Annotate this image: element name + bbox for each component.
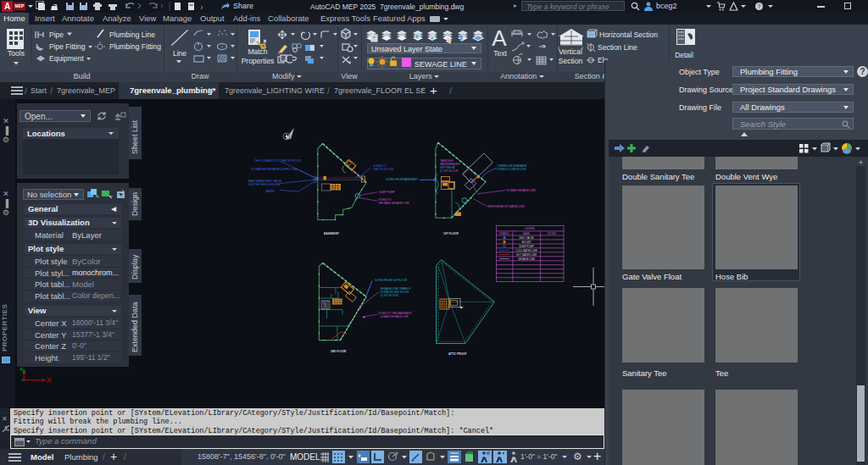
svg-text:THE MAIN SEWAGE LINE: THE MAIN SEWAGE LINE [378, 202, 409, 205]
svg-text:SHUT VALVE: SHUT VALVE [519, 236, 534, 240]
svg-text:SEWAGE LINE: SEWAGE LINE [518, 257, 535, 261]
svg-text:TO MAIN SEWAGE LINE: TO MAIN SEWAGE LINE [506, 189, 536, 192]
svg-text:NAME: NAME [523, 232, 530, 235]
svg-text:THE 1ST FLOOR: THE 1ST FLOOR [373, 168, 394, 171]
svg-text:SUMP PUMP: SUMP PUMP [379, 191, 395, 194]
svg-text:WATER: WATER [265, 190, 275, 193]
svg-text:REFRIGERATOR WATER LINE: REFRIGERATOR WATER LINE [487, 205, 525, 208]
svg-text:TO MAIN FROM WATER SUPPLY LINE: TO MAIN FROM WATER SUPPLY LINE [251, 168, 298, 171]
svg-text:FOR THE WHOLE HOUSE: FOR THE WHOLE HOUSE [248, 183, 281, 186]
svg-text:NOTES: NOTES [548, 232, 556, 235]
svg-text:BASEMENT: BASEMENT [324, 232, 339, 235]
svg-text:SYMBOL: SYMBOL [499, 232, 509, 235]
svg-text:THIS CONNECTS TO THE 1ST FLOOR: THIS CONNECTS TO THE 1ST FLOOR [254, 159, 302, 163]
svg-text:SUMP PUMP: SUMP PUMP [519, 245, 534, 248]
svg-text:& MAIN SEWAGE LINE: & MAIN SEWAGE LINE [381, 315, 409, 318]
svg-text:COLD WATER LINE: COLD WATER LINE [515, 249, 537, 252]
svg-text:LEGEND: LEGEND [525, 227, 535, 230]
svg-text:?: ? [758, 3, 761, 9]
svg-text:@ 1ST FLOOR: @ 1ST FLOOR [381, 294, 399, 297]
svg-text:HOT WATER LINE: HOT WATER LINE [516, 253, 537, 257]
svg-text:GOING FROM 1ST FLOOR: GOING FROM 1ST FLOOR [375, 279, 408, 282]
svg-text:GOING TO 2ND FLOOR: GOING TO 2ND FLOOR [498, 168, 527, 171]
svg-text:GOING FROM BASEMENT: GOING FROM BASEMENT [386, 178, 418, 181]
svg-text:BOILER: BOILER [522, 241, 531, 244]
svg-text:1ST FLOOR: 1ST FLOOR [443, 232, 459, 235]
svg-text:2ND FLOOR: 2ND FLOOR [331, 350, 347, 353]
svg-text:A: A [492, 25, 507, 51]
svg-text:ATTIC PROOF: ATTIC PROOF [448, 352, 466, 356]
svg-text:@ 1ST FLOOR: @ 1ST FLOOR [440, 169, 459, 173]
